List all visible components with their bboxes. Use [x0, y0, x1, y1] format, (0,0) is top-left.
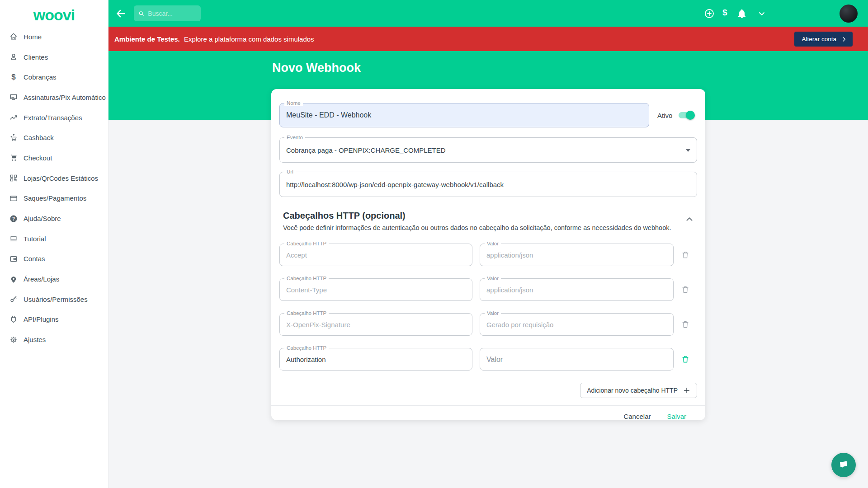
sidebar-item-cobrancas[interactable]: $ Cobranças	[0, 67, 108, 87]
home-icon	[9, 32, 18, 41]
header-value-input[interactable]	[486, 251, 667, 259]
header-key-field[interactable]: Cabeçalho HTTP	[279, 244, 472, 266]
header-value-input[interactable]	[486, 356, 667, 363]
qrcode-icon	[9, 174, 18, 183]
cancel-button[interactable]: Cancelar	[623, 413, 651, 420]
header-value-input[interactable]	[486, 286, 667, 294]
add-header-row: Adicionar novo cabeçalho HTTP	[279, 383, 697, 398]
header-rows: Cabeçalho HTTP Valor Cabeçalho HTTP	[279, 244, 697, 371]
back-arrow-icon[interactable]	[115, 8, 127, 19]
credit-card-icon	[9, 194, 18, 203]
trash-icon	[681, 285, 690, 294]
header-row: Cabeçalho HTTP	[279, 348, 697, 371]
header-key-field[interactable]: Cabeçalho HTTP	[279, 348, 472, 371]
header-value-field[interactable]	[480, 348, 674, 371]
name-row: Nome Ativo	[279, 103, 697, 127]
sidebar-item-label: Contas	[24, 255, 45, 263]
url-field-label: Url	[284, 169, 296, 175]
save-button[interactable]: Salvar	[667, 413, 686, 420]
header-key-input[interactable]	[286, 251, 466, 259]
delete-header-button[interactable]	[677, 247, 693, 263]
cart-up-icon	[9, 133, 18, 142]
sidebar-item-saques[interactable]: Saques/Pagamentos	[0, 188, 108, 209]
sidebar-item-extrato[interactable]: Extrato/Transações	[0, 108, 108, 128]
header-row: Cabeçalho HTTP Valor	[279, 313, 697, 336]
sidebar-item-label: Clientes	[24, 53, 48, 61]
header-row: Cabeçalho HTTP Valor	[279, 244, 697, 266]
name-input[interactable]	[286, 111, 642, 119]
search-box[interactable]	[134, 5, 201, 21]
header-key-label: Cabeçalho HTTP	[284, 240, 329, 247]
header-key-field[interactable]: Cabeçalho HTTP	[279, 278, 472, 301]
header-value-label: Valor	[485, 240, 501, 247]
money-icon[interactable]: $	[722, 8, 727, 18]
chevron-up-icon[interactable]	[684, 214, 694, 224]
sidebar-item-areas[interactable]: Áreas/Lojas	[0, 269, 108, 289]
active-toggle[interactable]	[678, 110, 695, 120]
screen: woovi Home Clientes $ Cobranças Assinatu…	[0, 0, 868, 488]
sidebar-item-home[interactable]: Home	[0, 27, 108, 47]
url-input[interactable]	[286, 181, 690, 188]
header-value-input[interactable]	[486, 321, 667, 328]
delete-header-button[interactable]	[677, 316, 693, 333]
add-circle-icon[interactable]	[704, 8, 715, 19]
dollar-icon: $	[9, 73, 18, 82]
header-key-input[interactable]	[286, 321, 466, 328]
sidebar: woovi Home Clientes $ Cobranças Assinatu…	[0, 0, 108, 488]
sidebar-item-api[interactable]: API/Plugins	[0, 310, 108, 330]
banner-text: Ambiente de Testes. Explore a plataforma…	[114, 35, 314, 43]
search-input[interactable]	[148, 10, 196, 17]
sidebar-item-label: Checkout	[24, 154, 52, 162]
person-icon	[9, 52, 18, 61]
map-pin-icon	[9, 275, 18, 284]
sidebar-item-assinaturas[interactable]: Assinaturas/Pix Automático	[0, 87, 108, 108]
header-value-field[interactable]: Valor	[480, 313, 674, 336]
search-icon	[138, 10, 144, 17]
delete-header-button[interactable]	[677, 351, 693, 367]
sidebar-item-ajustes[interactable]: Ajustes	[0, 329, 108, 350]
active-toggle-group: Ativo	[657, 110, 695, 120]
name-field-label: Nome	[284, 100, 303, 106]
header-key-input[interactable]	[286, 356, 466, 363]
cart-icon	[9, 153, 18, 162]
sidebar-nav: Home Clientes $ Cobranças Assinaturas/Pi…	[0, 27, 108, 350]
alter-account-label: Alterar conta	[802, 36, 836, 42]
header-key-input[interactable]	[286, 286, 466, 294]
event-field-label: Evento	[284, 134, 305, 141]
notifications-bell-icon[interactable]	[736, 8, 747, 19]
main-area: $ Ambiente de Testes. Explore a platafor…	[108, 0, 868, 488]
gear-icon	[9, 335, 18, 344]
event-select[interactable]	[286, 146, 690, 154]
user-avatar[interactable]	[840, 5, 858, 23]
sidebar-item-tutorial[interactable]: Tutorial	[0, 229, 108, 249]
header-value-field[interactable]: Valor	[480, 278, 674, 301]
name-field[interactable]: Nome	[279, 103, 649, 127]
sidebar-item-clientes[interactable]: Clientes	[0, 47, 108, 67]
chevron-right-icon	[841, 36, 847, 42]
trash-icon	[681, 355, 690, 364]
alter-account-button[interactable]: Alterar conta	[794, 32, 853, 47]
sidebar-item-usuarios[interactable]: Usuários/Permissões	[0, 289, 108, 310]
url-field[interactable]: Url	[279, 172, 697, 197]
trending-up-icon	[9, 113, 18, 122]
sidebar-item-label: Tutorial	[24, 235, 46, 243]
header-value-field[interactable]: Valor	[480, 244, 674, 266]
header-row: Cabeçalho HTTP Valor	[279, 278, 697, 301]
header-key-field[interactable]: Cabeçalho HTTP	[279, 313, 472, 336]
delete-header-button[interactable]	[677, 282, 693, 298]
sidebar-item-label: Cashback	[24, 134, 54, 141]
sidebar-item-contas[interactable]: Contas	[0, 249, 108, 269]
event-field[interactable]: Evento	[279, 137, 697, 163]
sidebar-item-qrcodes[interactable]: Lojas/QrCodes Estáticos	[0, 168, 108, 188]
add-header-button[interactable]: Adicionar novo cabeçalho HTTP	[580, 383, 697, 398]
sidebar-item-cashback[interactable]: Cashback	[0, 127, 108, 148]
sidebar-item-label: Usuários/Permissões	[24, 296, 88, 303]
key-icon	[9, 295, 18, 304]
help-icon: ?	[9, 214, 18, 223]
chat-launcher-button[interactable]	[831, 453, 856, 477]
chevron-down-icon[interactable]	[756, 8, 767, 19]
sidebar-item-checkout[interactable]: Checkout	[0, 148, 108, 168]
card-footer: Cancelar Salvar	[279, 406, 697, 427]
sidebar-item-label: API/Plugins	[24, 315, 59, 323]
sidebar-item-ajuda[interactable]: ? Ajuda/Sobre	[0, 208, 108, 229]
